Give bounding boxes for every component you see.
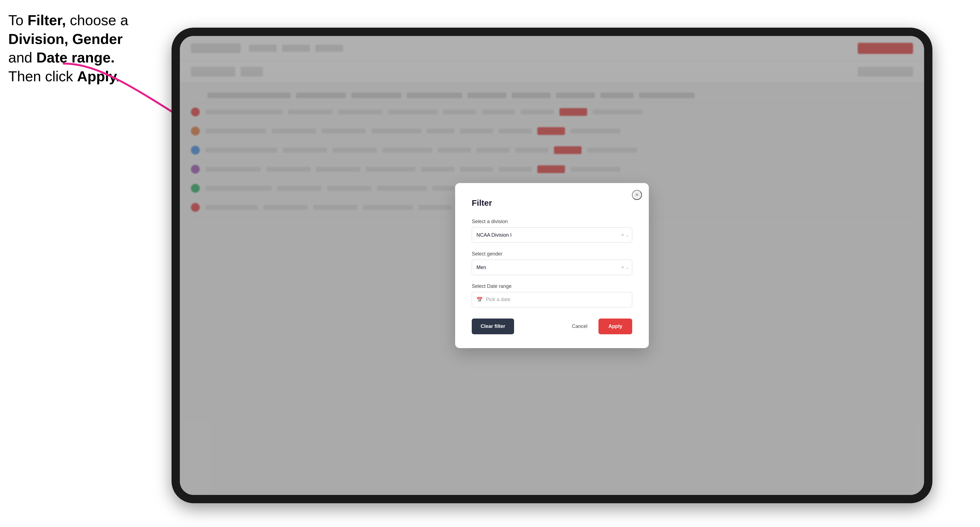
- cancel-button[interactable]: Cancel: [566, 319, 593, 334]
- instruction-line1: To Filter, choose a: [8, 12, 128, 28]
- apply-button[interactable]: Apply: [598, 319, 632, 334]
- gender-select[interactable]: Men Women: [472, 260, 632, 275]
- filter-modal: × Filter Select a division NCAA Division…: [455, 183, 649, 348]
- date-placeholder: Pick a date: [486, 297, 511, 303]
- gender-label: Select gender: [472, 251, 632, 257]
- gender-form-group: Select gender Men Women × ⌄: [472, 251, 632, 275]
- division-select[interactable]: NCAA Division I NCAA Division II NCAA Di…: [472, 227, 632, 243]
- date-form-group: Select Date range 📅 Pick a date: [472, 283, 632, 308]
- division-clear-icon[interactable]: ×: [621, 233, 624, 238]
- division-chevron-icon: ⌄: [625, 233, 629, 237]
- calendar-icon: 📅: [476, 297, 482, 303]
- division-label: Select a division: [472, 219, 632, 224]
- gender-clear-icon[interactable]: ×: [621, 265, 624, 270]
- modal-right-actions: Cancel Apply: [566, 319, 632, 334]
- modal-close-button[interactable]: ×: [632, 190, 642, 200]
- tablet-frame: × Filter Select a division NCAA Division…: [172, 28, 932, 503]
- select-gender-icons: × ⌄: [621, 265, 629, 270]
- date-label: Select Date range: [472, 283, 632, 289]
- clear-filter-button[interactable]: Clear filter: [472, 319, 514, 334]
- instruction-bold-filter: Filter,: [27, 12, 66, 28]
- division-form-group: Select a division NCAA Division I NCAA D…: [472, 219, 632, 243]
- division-select-wrapper: NCAA Division I NCAA Division II NCAA Di…: [472, 227, 632, 243]
- modal-overlay: × Filter Select a division NCAA Division…: [180, 36, 924, 495]
- close-icon: ×: [635, 192, 639, 198]
- date-input[interactable]: 📅 Pick a date: [472, 292, 632, 308]
- modal-actions: Clear filter Cancel Apply: [472, 319, 632, 334]
- tablet-screen: × Filter Select a division NCAA Division…: [180, 36, 924, 495]
- gender-chevron-icon: ⌄: [625, 265, 629, 270]
- gender-select-wrapper: Men Women × ⌄: [472, 260, 632, 275]
- modal-title: Filter: [472, 198, 632, 208]
- select-division-icons: × ⌄: [621, 233, 629, 238]
